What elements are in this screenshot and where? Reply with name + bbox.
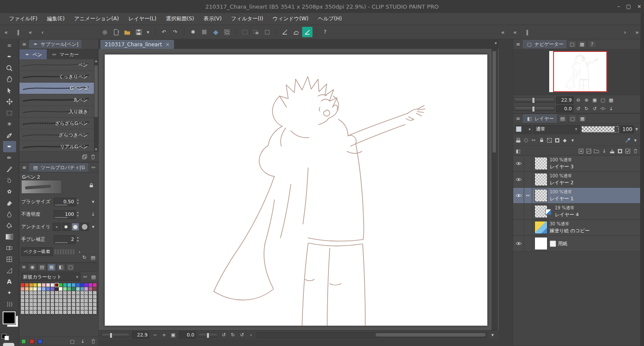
brush-size-up-icon[interactable]: ▴ bbox=[77, 199, 79, 202]
color-swatch[interactable] bbox=[29, 311, 33, 314]
zoom-out-button[interactable]: − bbox=[151, 332, 158, 339]
menu-window[interactable]: ウィンドウ(W) bbox=[268, 13, 313, 25]
copy-subtool-icon[interactable] bbox=[81, 154, 88, 160]
csp-logo-icon[interactable]: ◎ bbox=[100, 27, 110, 37]
color-swatch[interactable] bbox=[72, 307, 75, 310]
color-swatch[interactable] bbox=[29, 307, 33, 310]
antialias-dropdown-icon[interactable]: ▾ bbox=[90, 224, 97, 231]
color-swatch[interactable] bbox=[84, 307, 88, 310]
maximize-button[interactable]: ▢ bbox=[626, 3, 631, 10]
rotate-ccw-icon[interactable]: ↺ bbox=[220, 332, 227, 339]
select-outline-icon[interactable] bbox=[262, 27, 272, 37]
color-swatch[interactable] bbox=[38, 307, 41, 310]
fill-icon[interactable] bbox=[210, 27, 221, 37]
navigator-rotation-value[interactable]: 0.0 bbox=[556, 105, 573, 112]
color-swatch[interactable] bbox=[72, 287, 75, 291]
layer-visible-eye-icon[interactable] bbox=[513, 236, 524, 251]
subtool-item[interactable]: ざらざらGペン bbox=[19, 118, 94, 129]
color-swatch[interactable] bbox=[29, 291, 33, 295]
layer-edit-cell[interactable] bbox=[524, 156, 532, 171]
color-swatch[interactable] bbox=[59, 287, 62, 291]
nav-rotate-cw-icon[interactable]: ↻ bbox=[583, 105, 590, 112]
stabilization-input[interactable]: 2 bbox=[54, 235, 76, 244]
layer-row[interactable]: 19 %通常レイヤー 4 bbox=[513, 204, 640, 220]
color-swatch[interactable] bbox=[29, 283, 33, 287]
color-swatch[interactable] bbox=[46, 283, 50, 287]
color-swatch[interactable] bbox=[29, 287, 33, 291]
subtool-scroll-thumb[interactable] bbox=[94, 65, 98, 117]
transfer-down-icon[interactable]: ↓ bbox=[601, 147, 608, 154]
color-swatch[interactable] bbox=[76, 311, 80, 314]
toolprop-edit-icon[interactable]: ✏ bbox=[90, 164, 97, 171]
tab-list-icon[interactable]: ▾ bbox=[495, 41, 497, 45]
new-folder-icon[interactable] bbox=[593, 147, 600, 154]
color-swatch[interactable] bbox=[25, 287, 29, 291]
scroll-up-icon[interactable]: ▲ bbox=[95, 59, 97, 63]
color-swatch[interactable] bbox=[38, 283, 41, 287]
new-vector-layer-icon[interactable] bbox=[585, 147, 592, 154]
decoration-tool[interactable]: ✿ bbox=[3, 186, 16, 197]
color-swatch[interactable] bbox=[68, 283, 71, 287]
opacity-input[interactable]: 100 bbox=[54, 210, 76, 219]
eyedropper-tool[interactable] bbox=[3, 130, 16, 141]
add-swatch-icon[interactable]: ▢ bbox=[69, 338, 76, 345]
subtool-menu-icon[interactable]: ≡ bbox=[21, 41, 28, 48]
auto-select-tool[interactable]: ✳ bbox=[3, 119, 16, 130]
layer-opacity-value[interactable]: 100 bbox=[620, 125, 634, 133]
color-wheel-tab-icon[interactable]: ◉ bbox=[28, 263, 37, 271]
hand-tool[interactable] bbox=[3, 74, 16, 85]
vector-snap-slider[interactable] bbox=[55, 249, 74, 254]
animation-tab-icon[interactable]: ▦ bbox=[578, 115, 587, 122]
color-swatch[interactable] bbox=[76, 303, 80, 306]
color-swatch[interactable] bbox=[51, 307, 54, 310]
replace-swatch-icon[interactable]: ↓ bbox=[79, 338, 86, 345]
color-swatch[interactable] bbox=[55, 295, 58, 298]
color-swatch[interactable] bbox=[25, 299, 29, 302]
blend-mode-select[interactable]: 通常 ▾ bbox=[533, 125, 580, 134]
antialias-middle-button[interactable] bbox=[71, 223, 79, 231]
zoom-slider[interactable] bbox=[101, 333, 130, 337]
color-swatch[interactable] bbox=[25, 283, 29, 287]
stab-down-icon[interactable]: ▾ bbox=[77, 240, 79, 243]
color-swatch[interactable] bbox=[93, 291, 97, 295]
reset-property-icon[interactable]: ↻ bbox=[81, 254, 88, 261]
new-file-icon[interactable] bbox=[111, 27, 121, 37]
pencil-tool[interactable]: ✏ bbox=[3, 152, 16, 163]
layer-edit-cell[interactable] bbox=[524, 236, 532, 251]
color-swatch[interactable] bbox=[51, 295, 54, 298]
color-swatch[interactable] bbox=[42, 295, 45, 298]
color-swatch[interactable] bbox=[29, 299, 33, 302]
new-layer-icon[interactable] bbox=[577, 147, 584, 154]
layer-edit-cell[interactable] bbox=[524, 204, 532, 219]
text-tool[interactable]: A bbox=[3, 276, 16, 287]
color-swatch[interactable] bbox=[42, 287, 45, 291]
delete-swatch-icon[interactable] bbox=[90, 338, 97, 345]
color-swatch[interactable] bbox=[46, 287, 50, 291]
toolprop-panel-tab[interactable]: ▤ ツールプロパティ[G bbox=[29, 163, 88, 172]
lock-transparent-icon[interactable] bbox=[546, 137, 553, 144]
stab-up-icon[interactable]: ▴ bbox=[77, 236, 79, 239]
color-swatch[interactable] bbox=[46, 307, 50, 310]
horizontal-scrollbar[interactable] bbox=[257, 332, 487, 338]
color-swatch[interactable] bbox=[89, 299, 92, 302]
save-icon[interactable] bbox=[133, 27, 144, 37]
nav-fullscreen-icon[interactable]: ▦ bbox=[608, 96, 615, 103]
color-swatch[interactable] bbox=[51, 291, 54, 295]
layer-thumbnail[interactable] bbox=[535, 189, 547, 202]
antialias-none-button[interactable] bbox=[53, 223, 61, 231]
delete-subtool-icon[interactable] bbox=[90, 154, 97, 160]
layers-panel-tab[interactable]: ◧ レイヤー bbox=[523, 114, 557, 123]
menu-view[interactable]: 表示(V) bbox=[199, 13, 227, 25]
color-swatch[interactable] bbox=[68, 287, 71, 291]
menu-animation[interactable]: アニメーション(A) bbox=[69, 13, 123, 25]
color-swatch[interactable] bbox=[59, 291, 62, 295]
color-swatch[interactable] bbox=[46, 303, 50, 306]
reset-rotation-icon[interactable]: ↺ bbox=[238, 332, 245, 339]
color-swatch[interactable] bbox=[42, 303, 45, 306]
navigator-panel-tab[interactable]: ▢ ナビゲーター bbox=[523, 40, 567, 48]
color-swatch[interactable] bbox=[68, 307, 71, 310]
colorset-menu-icon[interactable]: ≡ bbox=[20, 264, 27, 271]
color-swatch[interactable] bbox=[38, 291, 41, 295]
color-swatch[interactable] bbox=[68, 311, 71, 314]
snap-special-ruler-icon[interactable] bbox=[291, 27, 301, 37]
